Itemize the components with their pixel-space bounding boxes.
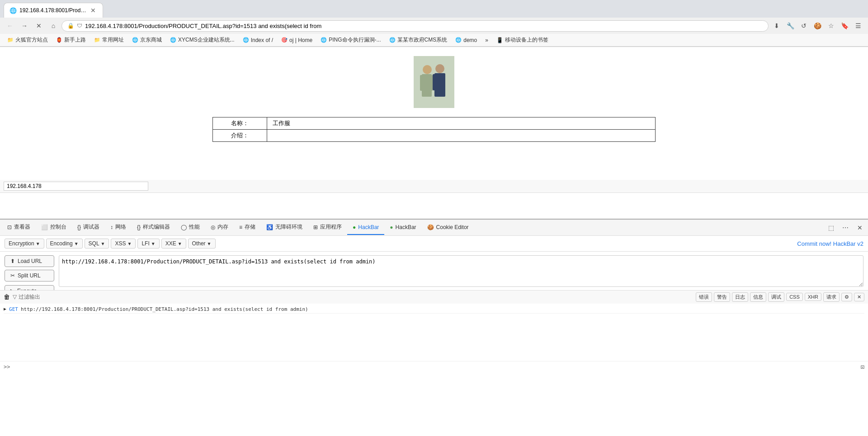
tab-performance[interactable]: ◯ 性能	[175, 220, 205, 235]
extensions-button[interactable]: 🔧	[784, 19, 797, 32]
active-tab[interactable]: 🌐 192.168.4.178:8001/Production/PRODUCT_…	[4, 3, 103, 18]
log-method: GET	[9, 306, 18, 312]
tab-storage[interactable]: ≡ 存储	[234, 220, 261, 235]
tab-cookie-editor[interactable]: 🍪 Cookie Editor	[422, 220, 474, 235]
forward-button[interactable]: →	[18, 19, 31, 32]
browser-chrome: 🌐 192.168.4.178:8001/Production/PRODUCT_…	[0, 0, 868, 47]
bookmark-icon-7: 🌐	[321, 37, 327, 43]
warnings-button[interactable]: 警告	[714, 292, 730, 302]
bookmark-item-8[interactable]: 🌐 某某市政府CMS系统	[386, 35, 451, 45]
xss-label: XSS	[115, 240, 126, 247]
bookmark-item-1[interactable]: 🏮 新手上路	[52, 35, 90, 45]
memory-label: 内存	[217, 223, 228, 231]
tab-network[interactable]: ↕ 网络	[105, 220, 132, 235]
console-prompt-cursor[interactable]	[14, 364, 860, 370]
bookmark-item-9[interactable]: 🌐 demo	[452, 36, 481, 44]
xhr-button[interactable]: XHR	[805, 293, 821, 301]
tab-close-button[interactable]: ✕	[89, 6, 97, 14]
encryption-menu[interactable]: Encryption ▼	[5, 239, 44, 248]
lfi-menu[interactable]: LFI ▼	[137, 239, 159, 248]
home-button[interactable]: ⌂	[47, 19, 60, 32]
info-button[interactable]: 信息	[750, 292, 766, 302]
download-button[interactable]: ⬇	[770, 19, 783, 32]
cookie-icon-button[interactable]: 🍪	[811, 19, 824, 32]
sql-label: SQL	[89, 240, 99, 247]
bookmark-more-button[interactable]: »	[481, 36, 492, 44]
bookmark-item-4[interactable]: 🌐 XYCMS企业建站系统...	[166, 35, 238, 45]
trash-icon[interactable]: 🗑	[4, 293, 10, 300]
console-close-button[interactable]: ✕	[854, 293, 864, 301]
hackbar-action-buttons: ⬆ Load URL ✂ Split URL ▶ Execute	[5, 255, 54, 290]
hackbar-toolbar: Encryption ▼ Encoding ▼ SQL ▼ XSS ▼ LFI …	[0, 236, 868, 252]
load-url-button[interactable]: ⬆ Load URL	[5, 255, 54, 267]
bookmark-folder-icon-0: 📁	[7, 37, 14, 43]
shield-icon: 🛡	[77, 23, 82, 29]
logs-button[interactable]: 日志	[732, 292, 748, 302]
bookmark-item-3[interactable]: 🌐 京东商城	[128, 35, 165, 45]
console-settings-button[interactable]: ⚙	[841, 293, 852, 301]
svg-point-5	[435, 64, 444, 73]
bookmark-item-0[interactable]: 📁 火狐官方站点	[4, 35, 52, 45]
network-icon: ↕	[110, 224, 113, 230]
debug-button[interactable]: 调试	[768, 292, 784, 302]
sql-menu[interactable]: SQL ▼	[85, 239, 109, 248]
split-url-button[interactable]: ✂ Split URL	[5, 270, 54, 281]
bookmark-icon-8: 🌐	[389, 37, 396, 43]
product-table: 名称： 工作服 介绍：	[212, 117, 656, 142]
errors-button[interactable]: 错误	[696, 292, 712, 302]
network-label: 网络	[115, 223, 126, 231]
xxe-menu[interactable]: XXE ▼	[161, 239, 186, 248]
tab-accessibility[interactable]: ♿ 无障碍环境	[261, 220, 308, 235]
bookmark-item-5[interactable]: 🌐 Index of /	[239, 36, 277, 44]
bookmark-folder-icon-2: 📁	[94, 37, 100, 43]
tab-style[interactable]: {} 样式编辑器	[132, 220, 175, 235]
tab-apps[interactable]: ⊞ 应用程序	[308, 220, 347, 235]
storage-icon: ≡	[239, 224, 242, 230]
a11y-label: 无障碍环境	[275, 223, 302, 231]
url-input[interactable]	[85, 23, 763, 29]
star-button[interactable]: ☆	[825, 19, 837, 32]
back-button[interactable]: ←	[4, 19, 16, 32]
devtools-more-button[interactable]: ⋯	[839, 221, 852, 234]
execute-button[interactable]: ▶ Execute	[5, 285, 54, 290]
encoding-label: Encoding	[50, 240, 73, 247]
bookmark-item-7[interactable]: 🌐 PING命令执行漏洞-...	[317, 35, 384, 45]
product-desc-row: 介绍：	[213, 130, 656, 142]
log-expand-icon[interactable]: ▶	[4, 306, 6, 311]
console-bottom-right-icon[interactable]: ⊡	[861, 363, 864, 370]
other-menu[interactable]: Other ▼	[188, 239, 216, 248]
responsive-design-button[interactable]: ⬚	[825, 221, 837, 234]
close-tab-button[interactable]: ✕	[33, 19, 45, 32]
refresh-button[interactable]: ↺	[797, 19, 810, 32]
menu-button[interactable]: ☰	[852, 19, 864, 32]
hackbar-url-textarea[interactable]: http://192.168.4.178:8001/Production/PRO…	[59, 255, 863, 287]
page-address-area	[0, 180, 868, 193]
bookmark-item-6[interactable]: 🎯 oj | Home	[278, 36, 316, 44]
tab-hackbar1[interactable]: ● HackBar	[347, 220, 384, 235]
bookmark-label-3: 京东商城	[140, 36, 162, 44]
tab-console[interactable]: ⬜ 控制台	[36, 220, 72, 235]
name-value: 工作服	[267, 117, 655, 130]
xss-arrow-icon: ▼	[127, 241, 132, 246]
bookmark-item-2[interactable]: 📁 常用网址	[90, 35, 127, 45]
style-label: 样式编辑器	[143, 223, 170, 231]
tab-inspector[interactable]: ⊡ 查看器	[2, 220, 36, 235]
mobile-bookmarks-button[interactable]: 📱 移动设备上的书签	[493, 35, 552, 45]
bookmark-button[interactable]: 🔖	[838, 19, 851, 32]
product-name-row: 名称： 工作服	[213, 117, 656, 130]
page-url-input[interactable]	[4, 182, 148, 191]
tab-debugger[interactable]: {} 调试器	[72, 220, 105, 235]
tab-memory[interactable]: ◎ 内存	[205, 220, 234, 235]
encoding-menu[interactable]: Encoding ▼	[46, 239, 83, 248]
requests-button[interactable]: 请求	[823, 292, 840, 302]
devtools-close-button[interactable]: ✕	[854, 221, 866, 234]
log-url: http://192.168.4.178:8001/Production/PRO…	[21, 306, 864, 312]
apps-icon: ⊞	[313, 224, 318, 230]
xss-menu[interactable]: XSS ▼	[111, 239, 136, 248]
bookmark-icon-6: 🎯	[281, 37, 288, 43]
tab-hackbar2[interactable]: ● HackBar	[384, 220, 421, 235]
url-bar: 🔒 🛡	[61, 20, 769, 32]
console-prompt-symbol: >>	[4, 364, 10, 370]
inspector-icon: ⊡	[7, 224, 12, 230]
css-button[interactable]: CSS	[786, 293, 803, 301]
